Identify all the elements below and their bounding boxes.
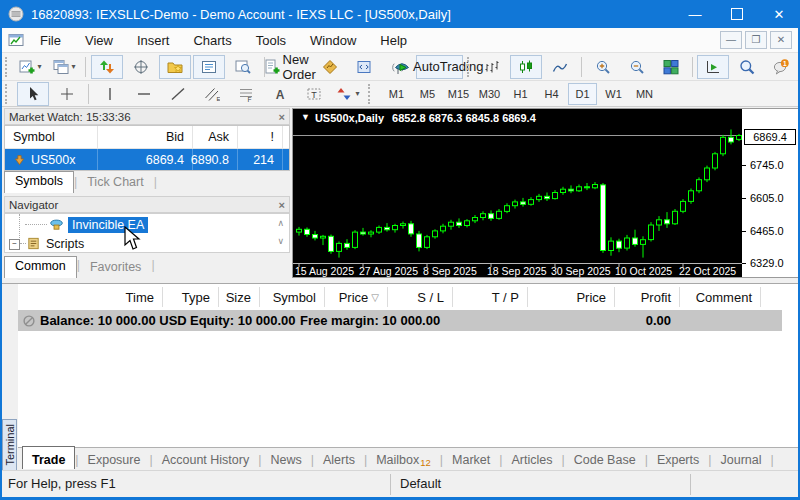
window-minimize-button[interactable]: — <box>674 0 716 28</box>
status-profile[interactable]: Default <box>400 476 441 491</box>
timeframe-h1-button[interactable]: H1 <box>506 83 535 105</box>
chart-window[interactable]: 15 Aug 202527 Aug 20258 Sep 202518 Sep 2… <box>292 108 800 278</box>
terminal-column-price-2[interactable]: Price <box>527 284 614 310</box>
timeframe-m1-button[interactable]: M1 <box>382 83 411 105</box>
bar-chart-mode-button[interactable] <box>476 55 508 79</box>
timeframe-m15-button[interactable]: M15 <box>444 83 473 105</box>
terminal-tab-account-history[interactable]: Account History <box>153 448 259 471</box>
timeframe-h4-button[interactable]: H4 <box>537 83 566 105</box>
column-header-bid[interactable]: Bid <box>98 126 193 148</box>
menu-window[interactable]: Window <box>298 28 368 52</box>
cursor-tool-button[interactable] <box>17 82 49 106</box>
autotrading-button[interactable]: AutoTrading <box>416 55 463 79</box>
column-header-symbol[interactable]: Symbol <box>5 126 98 148</box>
terminal-tab-alerts[interactable]: Alerts <box>314 448 364 471</box>
tab-favorites[interactable]: Favorites <box>80 258 151 277</box>
timeframe-d1-button[interactable]: D1 <box>568 83 597 105</box>
new-order-button[interactable]: New Order <box>269 55 312 79</box>
window-maximize-button[interactable] <box>716 0 758 28</box>
column-separator[interactable] <box>259 287 260 307</box>
search-button[interactable] <box>731 55 763 79</box>
arrows-tool-button[interactable]: ▾ <box>332 82 364 106</box>
column-header-[interactable]: ! <box>238 126 283 148</box>
toolbar-grip[interactable] <box>368 84 375 104</box>
candlestick-mode-button[interactable] <box>510 55 542 79</box>
timeframe-mn-button[interactable]: MN <box>630 83 659 105</box>
chevron-down-icon[interactable]: ▾ <box>355 89 359 98</box>
notifications-button[interactable]: 1 <box>765 55 797 79</box>
tab-common[interactable]: Common <box>4 256 77 278</box>
chart-plot-area[interactable]: 15 Aug 202527 Aug 20258 Sep 202518 Sep 2… <box>293 109 742 277</box>
terminal-column-time[interactable]: Time <box>18 284 162 310</box>
strategy-tester-toggle-button[interactable] <box>227 55 259 79</box>
sort-descending-icon[interactable]: ▽ <box>371 292 379 303</box>
terminal-column-symbol[interactable]: Symbol <box>259 284 324 310</box>
terminal-vertical-tab[interactable]: Terminal <box>2 419 17 471</box>
terminal-tab-market[interactable]: Market <box>443 448 499 471</box>
terminal-column-comment[interactable]: Comment <box>679 284 760 310</box>
column-header-ask[interactable]: Ask <box>193 126 238 148</box>
timeframe-m5-button[interactable]: M5 <box>413 83 442 105</box>
market-watch-close-icon[interactable]: × <box>279 111 285 123</box>
column-separator[interactable] <box>679 287 680 307</box>
line-chart-mode-button[interactable] <box>544 55 576 79</box>
terminal-tab-exposure[interactable]: Exposure <box>79 448 150 471</box>
scroll-down-icon[interactable]: ∨ <box>277 236 284 246</box>
tab-tick-chart[interactable]: Tick Chart <box>77 173 154 192</box>
mdi-close-button[interactable]: ✕ <box>770 31 792 49</box>
tile-windows-button[interactable] <box>655 55 687 79</box>
terminal-tab-code-base[interactable]: Code Base <box>565 448 645 471</box>
terminal-tab-articles[interactable]: Articles <box>503 448 562 471</box>
navigator-item-scripts[interactable]: − Scripts <box>9 235 84 253</box>
crosshair-tool-button[interactable] <box>51 82 83 106</box>
auto-scroll-button[interactable] <box>697 55 729 79</box>
terminal-tab-journal[interactable]: Journal <box>712 448 771 471</box>
terminal-tab-trade[interactable]: Trade <box>22 446 75 469</box>
indicators-button[interactable] <box>314 55 346 79</box>
menu-help[interactable]: Help <box>368 28 419 52</box>
column-separator[interactable] <box>218 287 219 307</box>
terminal-tab-experts[interactable]: Experts <box>648 448 708 471</box>
chevron-down-icon[interactable]: ▾ <box>38 62 42 71</box>
window-close-button[interactable]: ✕ <box>758 0 800 28</box>
profiles-button[interactable]: ▾ <box>48 55 80 79</box>
menu-charts[interactable]: Charts <box>181 28 243 52</box>
mdi-restore-button[interactable]: ❐ <box>745 31 767 49</box>
menu-insert[interactable]: Insert <box>125 28 182 52</box>
menu-file[interactable]: File <box>28 28 73 52</box>
label-tool-button[interactable]: T <box>298 82 330 106</box>
terminal-tab-news[interactable]: News <box>261 448 310 471</box>
mdi-minimize-button[interactable]: — <box>720 31 742 49</box>
trendline-tool-button[interactable] <box>162 82 194 106</box>
toolbar-grip[interactable] <box>5 84 12 104</box>
terminal-column-price[interactable]: Price ▽ <box>324 284 387 310</box>
column-separator[interactable] <box>527 287 528 307</box>
zoom-out-button[interactable] <box>621 55 653 79</box>
price-axis[interactable]: 6745.06605.06465.06329.06869.4 <box>742 109 799 277</box>
timeframe-m30-button[interactable]: M30 <box>475 83 504 105</box>
chevron-down-icon[interactable]: ▼ <box>301 112 310 124</box>
terminal-column-tp[interactable]: T / P <box>452 284 527 310</box>
fibonacci-tool-button[interactable]: F <box>230 82 262 106</box>
collapse-icon[interactable]: − <box>9 239 20 250</box>
tab-symbols[interactable]: Symbols <box>4 171 74 193</box>
column-separator[interactable] <box>614 287 615 307</box>
market-watch-row[interactable]: US500x6869.46890.8214 <box>5 149 289 171</box>
vertical-line-tool-button[interactable] <box>94 82 126 106</box>
terminal-column-size[interactable]: Size <box>218 284 259 310</box>
data-window-toggle-button[interactable] <box>125 55 157 79</box>
column-separator[interactable] <box>760 287 761 307</box>
terminal-tab-mailbox[interactable]: Mailbox12 <box>367 448 440 471</box>
terminal-column-type[interactable]: Type <box>162 284 218 310</box>
text-tool-button[interactable]: A <box>264 82 296 106</box>
navigator-close-icon[interactable]: × <box>279 199 285 211</box>
menu-tools[interactable]: Tools <box>244 28 298 52</box>
scroll-up-icon[interactable]: ∧ <box>277 218 284 228</box>
balance-row[interactable]: Balance: 10 000.00 USD Equity: 10 000.00… <box>18 310 782 331</box>
zoom-in-button[interactable] <box>587 55 619 79</box>
terminal-column-sl[interactable]: S / L <box>387 284 452 310</box>
column-separator[interactable] <box>387 287 388 307</box>
menu-view[interactable]: View <box>73 28 125 52</box>
market-watch-toggle-button[interactable] <box>91 55 123 79</box>
new-chart-button[interactable]: ▾ <box>14 55 46 79</box>
